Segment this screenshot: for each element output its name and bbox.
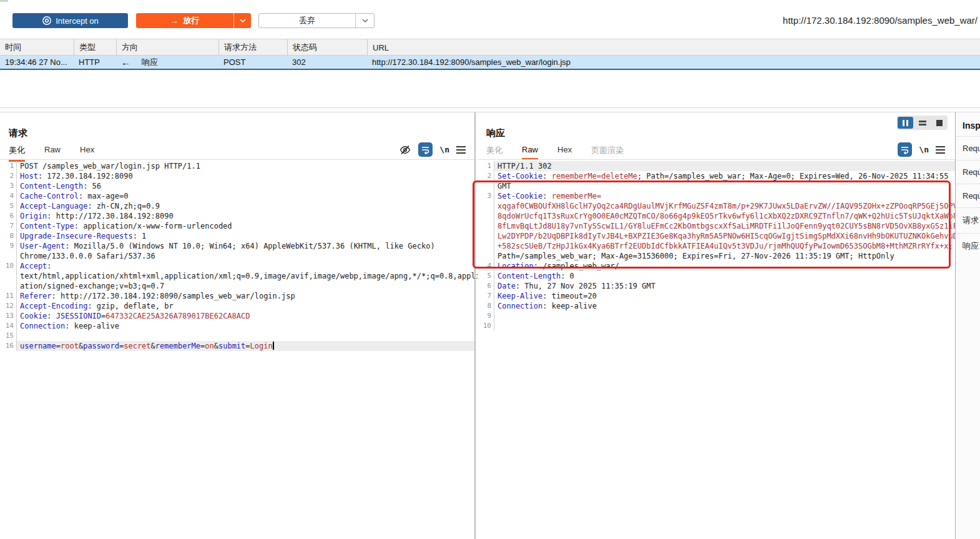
- word-wrap-toggle-icon[interactable]: [898, 142, 912, 157]
- code-line[interactable]: 2Host: 172.30.184.192:8090: [0, 171, 474, 181]
- code-line[interactable]: 7Keep-Alive: timeout=20: [478, 291, 955, 301]
- request-toolbar-icons: \n: [399, 142, 466, 157]
- line-number: 6: [0, 211, 17, 221]
- top-toolbar: Intercept on → 放行 丢弃 http://172.30.184.1…: [0, 0, 980, 39]
- response-arrow-icon: ←: [121, 57, 130, 67]
- code-line[interactable]: 8qdoWrUcfq1T3sRuxCrYg0O0EA0cMZQTmCO/8o66…: [478, 211, 955, 221]
- code-line[interactable]: 7Content-Type: application/x-www-form-ur…: [0, 221, 474, 231]
- code-line[interactable]: +582scSUeB/TzHpJ1kGx4Kya6BTrf2EUDbIdCfbk…: [478, 241, 955, 251]
- hide-eye-icon[interactable]: [399, 144, 411, 156]
- forward-dropdown-button[interactable]: [233, 13, 251, 28]
- column-header-type[interactable]: 类型: [74, 39, 116, 56]
- code-line[interactable]: text/html,application/xhtml+xml,applicat…: [0, 271, 474, 281]
- response-tab-hex[interactable]: Hex: [557, 145, 572, 160]
- request-editor[interactable]: 1POST /samples_web_war/login.jsp HTTP/1.…: [0, 161, 474, 351]
- response-panel-title: 响应: [486, 127, 505, 139]
- inspector-item[interactable]: Requ: [956, 136, 980, 160]
- code-line[interactable]: 12Accept-Encoding: gzip, deflate, br: [0, 301, 474, 311]
- code-line[interactable]: Lw2DYPDP/b2UqDBPIk8dIyTvJB4L+BXPZIE3Ge8K…: [478, 231, 955, 241]
- code-line[interactable]: 6Origin: http://172.30.184.192:8090: [0, 211, 474, 221]
- code-line[interactable]: Chrome/133.0.0.0 Safari/537.36: [0, 251, 474, 261]
- line-number: 4: [478, 261, 494, 271]
- inspector-item[interactable]: Requ: [956, 160, 980, 184]
- code-line[interactable]: 9: [478, 311, 955, 321]
- word-wrap-toggle-icon[interactable]: [418, 142, 433, 157]
- column-header-method[interactable]: 请求方法: [218, 39, 287, 56]
- line-number: 5: [478, 271, 494, 281]
- inspector-item[interactable]: Requ: [956, 184, 980, 207]
- history-table-header: 时间 类型 方向 请求方法 状态码 URL: [0, 39, 980, 56]
- code-line[interactable]: 4Location: /samples_web_war/: [478, 261, 955, 271]
- request-panel-title: 请求: [9, 127, 27, 139]
- response-toolbar-icons: \n: [898, 142, 945, 157]
- inspector-item[interactable]: 响应: [956, 233, 980, 259]
- code-line[interactable]: 14Connection: keep-alive: [0, 321, 474, 331]
- forward-button[interactable]: → 放行: [136, 13, 251, 28]
- code-line[interactable]: 8fLmvBqLtJd8U18y7vnTySScwIL1/GY8luEFmCc2…: [478, 221, 955, 231]
- chevron-down-icon: [239, 18, 247, 23]
- code-line[interactable]: GMT: [478, 181, 955, 191]
- code-line[interactable]: 3Set-Cookie: rememberMe=: [478, 191, 955, 201]
- intercept-toggle-button[interactable]: Intercept on: [12, 13, 128, 28]
- line-number: 10: [478, 321, 494, 331]
- line-number: [478, 181, 494, 191]
- single-layout-icon[interactable]: [931, 117, 947, 129]
- forward-button-main[interactable]: → 放行: [136, 13, 233, 28]
- code-line[interactable]: 11Referer: http://172.30.184.192:8090/sa…: [0, 291, 474, 301]
- code-line[interactable]: 5Accept-Language: zh-CN,zh;q=0.9: [0, 201, 474, 211]
- code-line[interactable]: xqgaf0CWBOUfXH8lGclH7yOq2ca4RDgUaulMVjKr…: [478, 201, 955, 211]
- drop-selected-value[interactable]: 丢弃: [259, 14, 355, 27]
- line-number: 9: [478, 311, 494, 321]
- line-number: 8: [478, 301, 494, 311]
- line-number: 13: [0, 311, 17, 321]
- drop-select[interactable]: 丢弃: [258, 13, 375, 28]
- column-header-status[interactable]: 状态码: [287, 39, 367, 56]
- column-header-time[interactable]: 时间: [0, 39, 74, 56]
- inspector-item[interactable]: 请求: [956, 207, 980, 233]
- inspector-title: Insp: [956, 112, 980, 136]
- code-line[interactable]: 10: [478, 321, 955, 331]
- inspector-sidebar: Insp RequRequRequ请求响应: [955, 112, 980, 539]
- menu-icon[interactable]: [936, 144, 945, 156]
- code-line[interactable]: Path=/samples_web_war; Max-Age=31536000;…: [478, 251, 955, 261]
- code-line[interactable]: 16username=root&password=secret&remember…: [0, 341, 474, 351]
- current-url-text: http://172.30.184.192:8090/samples_web_w…: [783, 15, 978, 26]
- line-number: [478, 231, 494, 241]
- code-line[interactable]: 6Date: Thu, 27 Nov 2025 11:35:19 GMT: [478, 281, 955, 291]
- chevron-down-icon: [361, 18, 369, 23]
- code-line[interactable]: 5Content-Length: 0: [478, 271, 955, 281]
- response-tab-beautify[interactable]: 美化: [486, 145, 502, 160]
- code-line[interactable]: 1HTTP/1.1 302: [478, 161, 955, 171]
- line-number: 2: [478, 171, 494, 181]
- code-line[interactable]: 8Connection: keep-alive: [478, 301, 955, 311]
- response-tab-raw[interactable]: Raw: [522, 145, 538, 160]
- menu-icon[interactable]: [456, 144, 466, 156]
- code-line[interactable]: 15: [0, 331, 474, 341]
- code-line[interactable]: ation/signed-exchange;v=b3;q=0.7: [0, 281, 474, 291]
- forward-label: 放行: [184, 15, 200, 26]
- line-number: 7: [0, 221, 17, 231]
- code-line[interactable]: 9User-Agent: Mozilla/5.0 (Windows NT 10.…: [0, 241, 474, 251]
- line-number: 9: [0, 241, 17, 251]
- row-direction-label: 响应: [142, 57, 158, 68]
- line-number: 1: [478, 161, 494, 171]
- code-line[interactable]: 1POST /samples_web_war/login.jsp HTTP/1.…: [0, 161, 474, 171]
- code-line[interactable]: 4Cache-Control: max-age=0: [0, 191, 474, 201]
- code-line[interactable]: 13Cookie: JSESSIONID=647332CAE25A326A789…: [0, 311, 474, 321]
- response-editor[interactable]: 1HTTP/1.1 3022Set-Cookie: rememberMe=del…: [478, 161, 955, 331]
- code-line[interactable]: 10Accept:: [0, 261, 474, 271]
- code-line[interactable]: 8Upgrade-Insecure-Requests: 1: [0, 231, 474, 241]
- code-line[interactable]: 3Content-Length: 56: [0, 181, 474, 191]
- newline-toggle-icon[interactable]: \n: [919, 145, 929, 154]
- line-number: [0, 251, 17, 261]
- split-layout-icon[interactable]: [914, 117, 930, 129]
- history-table-row-selected[interactable]: 19:34:46 27 No... HTTP ← 响应 POST 302 htt…: [0, 56, 980, 70]
- drop-dropdown-button[interactable]: [355, 14, 374, 27]
- response-tabs-underline: [478, 159, 955, 160]
- column-header-url[interactable]: URL: [367, 39, 980, 56]
- column-header-direction[interactable]: 方向: [116, 39, 218, 56]
- newline-toggle-icon[interactable]: \n: [439, 145, 449, 154]
- pause-layout-icon[interactable]: [898, 117, 913, 129]
- code-line[interactable]: 2Set-Cookie: rememberMe=deleteMe; Path=/…: [478, 171, 955, 181]
- response-tab-render[interactable]: 页面渲染: [591, 145, 624, 160]
